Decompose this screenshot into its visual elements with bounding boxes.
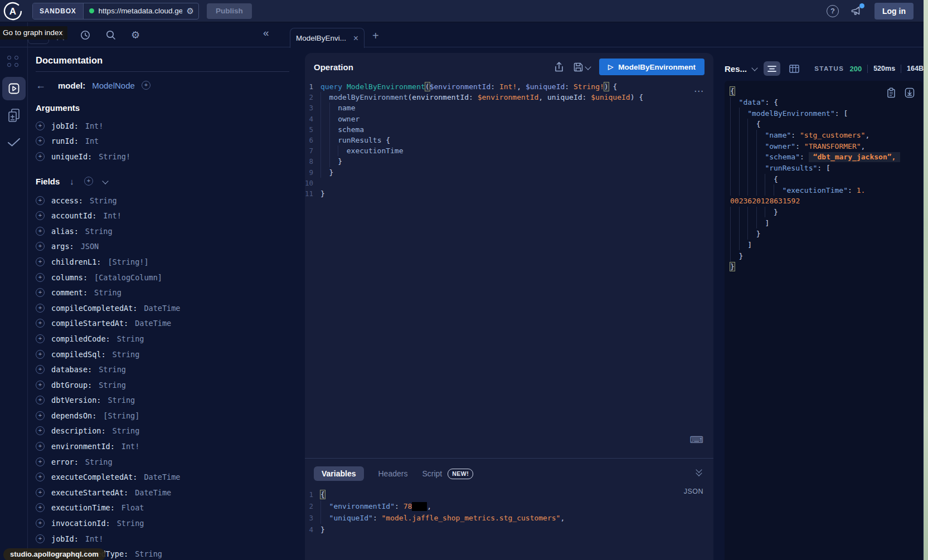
download-response-icon[interactable] xyxy=(905,87,915,98)
response-dropdown-chevron-icon[interactable] xyxy=(751,65,757,71)
collapse-panel-icon[interactable]: « xyxy=(263,27,269,39)
field-type[interactable]: DateTime xyxy=(144,473,180,481)
tab-headers[interactable]: Headers xyxy=(378,469,408,478)
add-field-icon[interactable] xyxy=(36,242,45,251)
field-name[interactable]: database: xyxy=(51,365,92,374)
keyboard-shortcuts-icon[interactable]: ⌨ xyxy=(689,434,703,446)
add-field-icon[interactable] xyxy=(36,442,45,451)
publish-button[interactable]: Publish xyxy=(207,3,252,19)
add-field-icon[interactable] xyxy=(36,534,45,543)
add-field-icon[interactable] xyxy=(36,121,45,130)
field-name[interactable]: executeStartedAt: xyxy=(51,488,128,497)
sidebar-item-schema[interactable] xyxy=(2,106,26,125)
add-field-icon[interactable] xyxy=(36,334,45,343)
field-name[interactable]: jobId: xyxy=(51,121,79,130)
field-name[interactable]: environmentId: xyxy=(51,442,115,451)
sort-fields-icon[interactable]: ↓ xyxy=(70,177,74,186)
field-name[interactable]: comment: xyxy=(51,288,88,297)
sidebar-item-checks[interactable] xyxy=(2,133,26,152)
add-field-icon[interactable] xyxy=(36,288,45,297)
tab-variables[interactable]: Variables xyxy=(314,466,364,481)
field-name[interactable]: args: xyxy=(51,242,74,251)
save-operation-icon[interactable] xyxy=(573,62,590,72)
field-name[interactable]: executeCompletedAt: xyxy=(51,473,137,481)
settings-gear-icon[interactable]: ⚙ xyxy=(131,30,140,40)
add-field-icon[interactable] xyxy=(36,211,45,220)
endpoint-settings-gear-icon[interactable]: ⚙ xyxy=(187,7,194,15)
field-type[interactable]: String xyxy=(135,549,162,558)
field-name[interactable]: access: xyxy=(51,196,83,205)
field-name[interactable]: accountId: xyxy=(51,211,96,220)
field-type[interactable]: Int! xyxy=(85,121,104,130)
back-arrow-icon[interactable]: ← xyxy=(36,80,46,90)
add-field-icon[interactable] xyxy=(142,81,150,90)
field-name[interactable]: compileCompletedAt: xyxy=(51,304,137,313)
add-field-icon[interactable] xyxy=(36,152,45,161)
apollo-logo[interactable]: A xyxy=(3,1,23,21)
field-name[interactable]: error: xyxy=(51,457,79,466)
field-type[interactable]: DateTime xyxy=(135,319,171,328)
field-name[interactable]: invocationId: xyxy=(51,519,110,528)
response-json[interactable]: {"data": {"modelByEnvironment": [{"name"… xyxy=(730,86,922,272)
field-name[interactable]: uniqueId: xyxy=(51,152,92,161)
add-field-icon[interactable] xyxy=(36,319,45,328)
field-type[interactable]: String! xyxy=(99,152,130,161)
response-tree-view-icon[interactable] xyxy=(764,61,780,76)
field-type[interactable]: String xyxy=(113,426,140,435)
field-type[interactable]: Int! xyxy=(122,442,140,451)
field-type[interactable]: Int! xyxy=(103,211,122,220)
field-type[interactable]: DateTime xyxy=(144,304,180,313)
add-field-icon[interactable] xyxy=(36,411,45,420)
field-name[interactable]: alias: xyxy=(51,227,79,236)
login-button[interactable]: Log in xyxy=(874,3,914,20)
field-type[interactable]: String xyxy=(94,288,122,297)
field-name[interactable]: executionTime: xyxy=(51,503,115,512)
field-type[interactable]: String xyxy=(99,365,126,374)
add-field-icon[interactable] xyxy=(36,457,45,466)
add-field-icon[interactable] xyxy=(36,196,45,205)
field-type[interactable]: [String!] xyxy=(108,257,148,266)
sidebar-item-explorer[interactable] xyxy=(2,77,26,100)
add-field-icon[interactable] xyxy=(36,137,45,145)
add-field-icon[interactable] xyxy=(36,426,45,435)
field-name[interactable]: runId: xyxy=(51,137,79,145)
add-field-icon[interactable] xyxy=(36,273,45,282)
field-type[interactable]: String xyxy=(85,227,113,236)
field-name[interactable]: dbtGroup: xyxy=(51,381,92,389)
field-type[interactable]: Int xyxy=(85,137,99,145)
field-type[interactable]: String xyxy=(113,350,140,359)
field-name[interactable]: compiledCode: xyxy=(51,334,110,343)
chevron-down-icon[interactable] xyxy=(102,178,108,184)
operation-tab[interactable]: ModelByEnvi... × xyxy=(290,28,365,48)
endpoint-url-field[interactable]: https://metadata.cloud.get ⚙ xyxy=(84,7,198,15)
field-type[interactable]: String xyxy=(85,457,113,466)
help-icon[interactable]: ? xyxy=(827,5,839,17)
endpoint-url-text[interactable]: https://metadata.cloud.get xyxy=(99,7,182,15)
share-operation-icon[interactable] xyxy=(554,61,564,72)
field-type[interactable]: DateTime xyxy=(135,488,171,497)
operation-editor[interactable]: 1query ModelByEnvironment($environmentId… xyxy=(305,81,713,199)
close-tab-icon[interactable]: × xyxy=(353,34,358,43)
announcements-megaphone-icon[interactable] xyxy=(850,5,863,17)
add-field-icon[interactable] xyxy=(36,396,45,405)
operation-more-menu-icon[interactable]: ⋯ xyxy=(694,85,704,97)
field-type[interactable]: [CatalogColumn] xyxy=(94,273,162,282)
field-type[interactable]: JSON xyxy=(81,242,99,251)
graph-index-icon[interactable] xyxy=(6,55,21,69)
add-field-icon[interactable] xyxy=(36,488,45,497)
field-name[interactable]: dependsOn: xyxy=(51,411,96,420)
variables-editor[interactable]: 1{2"environmentId": 78,3"uniqueId": "mod… xyxy=(305,481,713,535)
field-type[interactable]: String xyxy=(108,396,135,405)
field-name[interactable]: columns: xyxy=(51,273,88,282)
add-field-icon[interactable] xyxy=(36,473,45,481)
copy-response-icon[interactable] xyxy=(887,87,896,98)
add-field-icon[interactable] xyxy=(36,227,45,236)
field-type[interactable]: String xyxy=(90,196,117,205)
field-type[interactable]: Float xyxy=(122,503,144,512)
field-type[interactable]: [String] xyxy=(103,411,139,420)
search-icon[interactable] xyxy=(105,30,116,41)
doc-type-link[interactable]: ModelNode xyxy=(92,81,135,90)
add-all-fields-icon[interactable] xyxy=(84,177,93,186)
field-type[interactable]: String xyxy=(99,381,126,389)
add-field-icon[interactable] xyxy=(36,257,45,266)
